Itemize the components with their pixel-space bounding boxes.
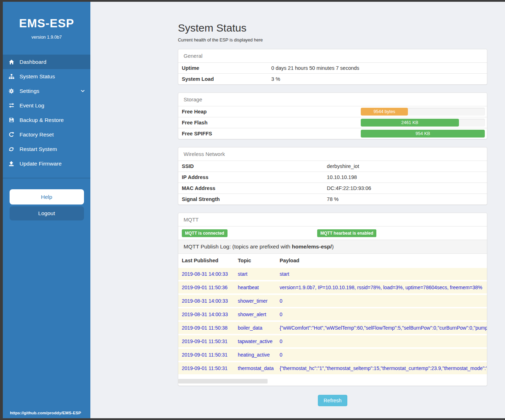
- sidebar-nav: Dashboard System Status: [3, 55, 90, 171]
- floppy-icon: [8, 117, 15, 123]
- sidebar-item-label: Event Log: [19, 102, 44, 109]
- log-topic: start: [234, 267, 276, 281]
- home-icon: [8, 59, 15, 65]
- brand: EMS-ESP version 1.9.0b7: [3, 2, 90, 40]
- page-subtitle: Current health of the ESP is displayed h…: [178, 38, 487, 43]
- wireless-panel-title: Wireless Network: [178, 147, 487, 161]
- log-header-row: Last Published Topic Payload: [178, 254, 487, 267]
- sidebar-item-system-status[interactable]: System Status: [3, 69, 90, 84]
- storage-panel-title: Storage: [178, 93, 487, 106]
- log-row: 2019-09-01 11:50:31 heating_active 0: [178, 348, 487, 362]
- sidebar-item-label: Settings: [19, 88, 39, 94]
- sidebar-item-update-firmware[interactable]: Update Firmware: [3, 156, 90, 171]
- log-topic: thermostat_data: [234, 362, 276, 374]
- logout-button[interactable]: Logout: [10, 206, 84, 220]
- sidebar-item-label: Backup & Restore: [19, 117, 64, 123]
- log-payload: 0: [276, 348, 487, 362]
- app-frame: EMS-ESP version 1.9.0b7 Dashboard: [0, 0, 505, 418]
- log-date: 2019-09-01 11:50:31: [178, 335, 234, 348]
- sidebar-item-dashboard[interactable]: Dashboard: [3, 55, 90, 69]
- sidebar-item-backup-restore[interactable]: Backup & Restore: [3, 113, 90, 127]
- table-row: MAC Address DC:4F:22:1D:93:06: [178, 183, 487, 194]
- refresh-icon: [8, 146, 15, 152]
- log-date: 2019-09-01 11:50:38: [178, 321, 234, 335]
- log-topic: tapwater_active: [234, 335, 276, 348]
- mqtt-badges-row: MQTT is connected MQTT hearbeat is enabl…: [178, 226, 487, 240]
- row-label: Free SPIFFS: [178, 128, 357, 139]
- refresh-button[interactable]: Refresh: [318, 395, 347, 406]
- progress-track: 9544 bytes: [361, 108, 485, 116]
- row-label: System Load: [178, 74, 268, 85]
- row-value: 10.10.10.198: [323, 172, 487, 183]
- mqtt-panel-title: MQTT: [178, 213, 487, 226]
- row-label: SSID: [178, 161, 323, 172]
- exchange-icon: [8, 102, 15, 108]
- wireless-panel: Wireless Network SSID derbyshire_iot IP …: [178, 147, 487, 205]
- row-value: 9544 bytes: [357, 106, 487, 117]
- log-row: 2019-08-31 14:00:33 shower_alert 0: [178, 308, 487, 321]
- row-value: 3 %: [268, 74, 487, 85]
- sidebar: EMS-ESP version 1.9.0b7 Dashboard: [3, 2, 90, 418]
- general-panel-title: General: [178, 49, 487, 63]
- log-topic: heartbeat: [234, 281, 276, 294]
- row-value: derbyshire_iot: [323, 161, 487, 172]
- column-header: Topic: [234, 254, 276, 267]
- sidebar-item-label: Dashboard: [19, 59, 46, 65]
- log-date: 2019-09-01 11:50:31: [178, 362, 234, 374]
- app-title: EMS-ESP: [3, 17, 90, 30]
- row-value: DC:4F:22:1D:93:06: [323, 183, 487, 194]
- gear-icon: [8, 88, 15, 94]
- column-header: Payload: [276, 254, 487, 267]
- sidebar-item-factory-reset[interactable]: Factory Reset: [3, 127, 90, 142]
- free-flash-progress-bar: 2461 KB: [361, 119, 459, 127]
- sidebar-item-event-log[interactable]: Event Log: [3, 98, 90, 113]
- sidebar-item-restart-system[interactable]: Restart System: [3, 142, 90, 156]
- log-payload: start: [276, 267, 487, 281]
- sidebar-item-label: Restart System: [19, 146, 57, 152]
- log-topic: boiler_data: [234, 321, 276, 335]
- sidebar-item-settings[interactable]: Settings: [3, 84, 90, 98]
- row-label: IP Address: [178, 172, 323, 183]
- github-link[interactable]: https://github.com/proddy/EMS-ESP: [10, 411, 81, 415]
- mqtt-panel: MQTT MQTT is connected MQTT hearbeat is …: [178, 213, 487, 386]
- log-date: 2019-09-01 11:50:31: [178, 348, 234, 362]
- log-row: 2019-08-31 14:00:33 start start: [178, 267, 487, 281]
- horizontal-scrollbar[interactable]: [178, 379, 487, 383]
- sidebar-item-label: Update Firmware: [19, 161, 62, 167]
- upload-icon: [8, 161, 15, 167]
- table-row: SSID derbyshire_iot: [178, 161, 487, 172]
- table-row: Free SPIFFS 954 KB: [178, 128, 487, 139]
- row-label: Free Heap: [178, 106, 357, 117]
- row-label: Signal Strength: [178, 194, 323, 205]
- log-date: 2019-08-31 14:00:33: [178, 308, 234, 321]
- row-label: MAC Address: [178, 183, 323, 194]
- general-table: Uptime 0 days 21 hours 50 minutes 7 seco…: [178, 63, 487, 84]
- log-date: 2019-08-31 14:00:33: [178, 267, 234, 281]
- log-row: 2019-09-01 11:50:31 tapwater_active 0: [178, 335, 487, 348]
- table-row: IP Address 10.10.10.198: [178, 172, 487, 183]
- log-payload: version=1.9.0b7, IP=10.10.10.198, rssid=…: [276, 281, 487, 294]
- log-topic: heating_active: [234, 348, 276, 362]
- row-value: 0 days 21 hours 50 minutes 7 seconds: [268, 63, 487, 74]
- free-heap-progress-bar: 9544 bytes: [361, 108, 408, 116]
- mqtt-connected-badge: MQTT is connected: [182, 229, 228, 237]
- log-date: 2019-09-01 11:50:36: [178, 281, 234, 294]
- mqtt-publish-log-title: MQTT Publish Log: (topics are prefixed w…: [178, 240, 487, 254]
- row-value: 78 %: [323, 194, 487, 205]
- log-title-topic-prefix: home/ems-esp/: [292, 243, 332, 250]
- log-payload: 0: [276, 335, 487, 348]
- help-button[interactable]: Help: [10, 189, 84, 205]
- sidebar-item-label: Factory Reset: [19, 131, 54, 138]
- scrollbar-thumb[interactable]: [178, 379, 268, 383]
- table-row: Signal Strength 78 %: [178, 194, 487, 205]
- log-topic: shower_alert: [234, 308, 276, 321]
- storage-panel: Storage Free Heap 9544 bytes Free Flash: [178, 93, 487, 139]
- progress-track: 954 KB: [361, 130, 485, 138]
- log-payload: {"wWComfort":"Hot","wWSelTemp":60,"selFl…: [276, 321, 487, 335]
- row-label: Uptime: [178, 63, 268, 74]
- page-title: System Status: [178, 22, 487, 34]
- log-date: 2019-08-31 14:00:33: [178, 294, 234, 308]
- chevron-down-icon: [81, 90, 85, 93]
- table-row: System Load 3 %: [178, 74, 487, 85]
- log-payload: {"thermostat_hc":"1","thermostat_seltemp…: [276, 362, 487, 374]
